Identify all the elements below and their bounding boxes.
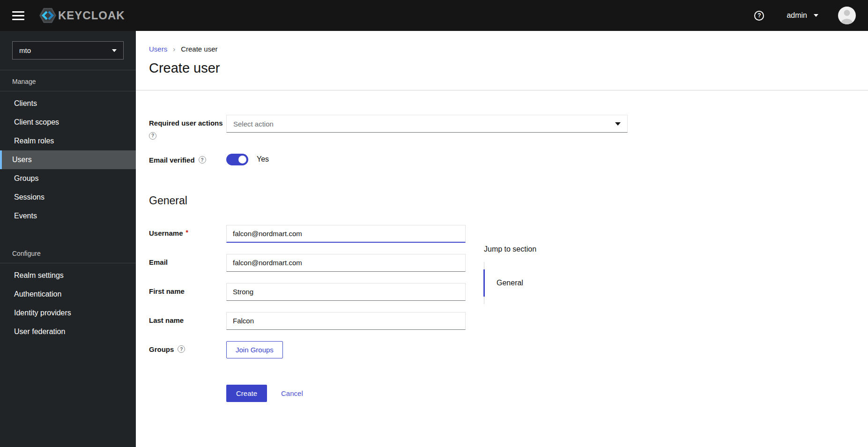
sidebar-item-client-scopes[interactable]: Client scopes	[0, 113, 136, 132]
email-verified-label-block: Email verified ?	[149, 152, 226, 164]
top-header: KEYCLOAK ? admin	[0, 0, 868, 31]
page-header: Users › Create user Create user	[136, 31, 868, 90]
required-indicator: *	[186, 229, 188, 236]
sidebar-item-authentication[interactable]: Authentication	[0, 285, 136, 304]
last-name-row: Last name	[149, 312, 855, 330]
last-name-input[interactable]	[226, 312, 466, 330]
sidebar-item-sessions[interactable]: Sessions	[0, 188, 136, 207]
email-input[interactable]	[226, 254, 466, 272]
sidebar-item-label: Realm roles	[14, 137, 54, 145]
sidebar-item-label: Sessions	[14, 193, 45, 201]
sidebar-item-groups[interactable]: Groups	[0, 169, 136, 188]
create-button[interactable]: Create	[226, 385, 267, 402]
help-icon[interactable]: ?	[199, 156, 206, 164]
email-verified-row: Email verified ? Yes	[149, 152, 855, 165]
username-input[interactable]	[226, 225, 466, 243]
field-label: Last name	[149, 316, 184, 324]
join-groups-button[interactable]: Join Groups	[226, 341, 283, 358]
general-section-heading: General	[149, 194, 855, 207]
select-placeholder: Select action	[233, 120, 274, 128]
field-label: Email verified	[149, 156, 195, 164]
sidebar-item-label: Client scopes	[14, 118, 59, 127]
breadcrumb-current: Create user	[181, 45, 217, 53]
sidebar-item-label: Authentication	[14, 290, 61, 298]
field-label: Email	[149, 258, 168, 266]
sidebar-divider	[0, 70, 136, 70]
sidebar-item-events[interactable]: Events	[0, 207, 136, 225]
required-user-actions-row: Required user actions ? Select action	[149, 115, 855, 140]
sidebar-item-realm-settings[interactable]: Realm settings	[0, 266, 136, 285]
nav-section-title: Configure	[0, 250, 136, 263]
toggle-state-label: Yes	[257, 155, 269, 164]
toggle-knob	[238, 156, 246, 164]
keycloak-admin-console: KEYCLOAK ? admin mto Manage Clients Clie…	[0, 0, 868, 447]
sidebar-item-clients[interactable]: Clients	[0, 94, 136, 113]
help-icon[interactable]: ?	[754, 11, 764, 21]
cancel-link[interactable]: Cancel	[281, 389, 303, 397]
realm-selector[interactable]: mto	[12, 41, 124, 60]
required-user-actions-select[interactable]: Select action	[226, 115, 628, 133]
field-label: First name	[149, 287, 185, 295]
help-icon[interactable]: ?	[149, 132, 156, 140]
email-verified-toggle[interactable]	[226, 154, 248, 165]
username-row: Username*	[149, 225, 855, 243]
hamburger-menu-icon[interactable]	[12, 11, 24, 20]
jump-to-section-nav: Jump to section General	[484, 245, 606, 304]
sidebar-item-user-federation[interactable]: User federation	[0, 322, 136, 341]
help-icon[interactable]: ?	[178, 345, 185, 353]
sidebar-item-label: Realm settings	[14, 271, 64, 280]
form-actions: Create Cancel	[226, 385, 855, 430]
sidebar: mto Manage Clients Client scopes Realm r…	[0, 31, 136, 447]
sidebar-item-label: User federation	[14, 328, 65, 336]
chevron-down-icon	[814, 14, 818, 17]
sidebar-item-label: Users	[12, 156, 32, 164]
breadcrumb: Users › Create user	[149, 45, 855, 53]
jump-link-general[interactable]: General	[483, 269, 606, 297]
jump-to-section-title: Jump to section	[484, 245, 606, 253]
field-label: Groups	[149, 345, 174, 353]
breadcrumb-separator-icon: ›	[173, 45, 175, 53]
sidebar-item-label: Identity providers	[14, 309, 71, 317]
username-label: admin	[786, 11, 807, 20]
breadcrumb-link-users[interactable]: Users	[149, 45, 167, 53]
user-dropdown[interactable]: admin	[786, 11, 818, 20]
sidebar-item-identity-providers[interactable]: Identity providers	[0, 304, 136, 322]
avatar[interactable]	[838, 7, 856, 24]
realm-name: mto	[19, 46, 31, 54]
keycloak-logo[interactable]: KEYCLOAK	[38, 7, 125, 24]
create-user-form: Required user actions ? Select action	[136, 90, 868, 430]
groups-row: Groups ? Join Groups	[149, 341, 855, 358]
page-title: Create user	[149, 60, 855, 90]
field-label: Required user actions	[149, 119, 223, 127]
required-user-actions-label-block: Required user actions ?	[149, 115, 226, 140]
field-label: Username	[149, 229, 183, 237]
sidebar-item-users[interactable]: Users	[0, 150, 136, 169]
main-content: Users › Create user Create user Required…	[136, 31, 868, 447]
jump-to-section-rail: General	[484, 262, 606, 304]
nav-section-title: Manage	[0, 78, 136, 91]
sidebar-item-realm-roles[interactable]: Realm roles	[0, 132, 136, 150]
chevron-down-icon	[615, 122, 621, 126]
first-name-input[interactable]	[226, 283, 466, 301]
brand-text: KEYCLOAK	[58, 9, 125, 22]
sidebar-item-label: Events	[14, 212, 37, 220]
keycloak-logo-icon	[38, 7, 57, 24]
sidebar-item-label: Groups	[14, 174, 38, 183]
chevron-down-icon	[112, 49, 117, 52]
nav-section-configure: Configure Realm settings Authentication …	[0, 250, 136, 341]
nav-section-manage: Manage Clients Client scopes Realm roles…	[0, 78, 136, 225]
sidebar-item-label: Clients	[14, 99, 37, 108]
